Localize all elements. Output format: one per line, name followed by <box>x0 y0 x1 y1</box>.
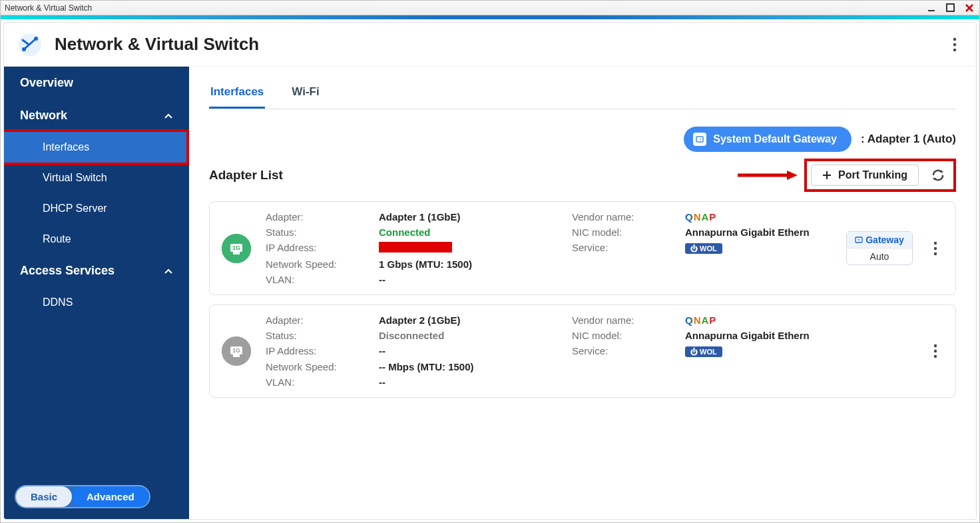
label-adapter: Adapter: <box>266 211 372 223</box>
gateway-icon <box>855 236 863 244</box>
label-speed: Network Speed: <box>266 259 372 270</box>
sidebar-item-network[interactable]: Network <box>4 99 189 132</box>
header-more-button[interactable] <box>947 37 963 53</box>
adapter-card: 1G Adapter: Adapter 2 (1GbE) Vendor name… <box>209 304 956 398</box>
sidebar-item-ddns[interactable]: DDNS <box>4 287 189 318</box>
svg-point-18 <box>934 241 937 244</box>
svg-point-19 <box>934 247 937 249</box>
app-logo-icon <box>17 32 43 57</box>
mode-basic[interactable]: Basic <box>16 486 72 507</box>
label-ip: IP Address: <box>266 242 372 255</box>
label-nic-model: NIC model: <box>572 330 678 341</box>
system-gateway-value: : Adapter 1 (Auto) <box>861 133 956 146</box>
value-vlan: -- <box>379 274 565 285</box>
value-nic-model: Annapurna Gigabit Ethern <box>685 227 818 238</box>
label-nic-model: NIC model: <box>572 227 678 238</box>
sidebar-item-access-services[interactable]: Access Services <box>4 255 189 287</box>
chevron-up-icon <box>164 113 173 119</box>
gateway-icon <box>693 133 706 146</box>
close-button[interactable] <box>963 3 975 13</box>
label-vlan: VLAN: <box>266 376 372 388</box>
tab-interfaces[interactable]: Interfaces <box>209 79 265 109</box>
adapter-card: 1G Adapter: Adapter 1 (1GbE) Vendor name… <box>209 201 956 295</box>
label-speed: Network Speed: <box>266 361 372 372</box>
system-default-gateway-button[interactable]: System Default Gateway <box>684 127 852 152</box>
mode-toggle[interactable]: Basic Advanced <box>15 485 150 508</box>
svg-rect-15 <box>233 252 240 255</box>
value-status: Disconnected <box>379 330 565 341</box>
tab-wifi[interactable]: Wi-Fi <box>290 79 320 109</box>
window-title: Network & Virtual Switch <box>5 3 92 13</box>
wol-badge: ⏻ WOL <box>685 346 722 357</box>
mode-advanced[interactable]: Advanced <box>72 486 149 507</box>
gateway-bar: System Default Gateway : Adapter 1 (Auto… <box>209 127 956 152</box>
value-vlan: -- <box>379 376 565 388</box>
app-window: Network & Virtual Switch Network & Virtu… <box>0 0 980 523</box>
svg-rect-0 <box>928 10 935 11</box>
label-status: Status: <box>266 330 372 341</box>
label-service: Service: <box>572 242 678 255</box>
label-vendor: Vendor name: <box>572 314 678 326</box>
value-service: ⏻ WOL <box>685 345 818 357</box>
svg-point-20 <box>934 252 937 255</box>
vendor-logo: QNAP <box>685 314 818 326</box>
svg-text:1G: 1G <box>232 245 240 251</box>
svg-point-27 <box>934 355 937 358</box>
refresh-button[interactable] <box>927 164 949 187</box>
value-adapter-name: Adapter 1 (1GbE) <box>379 211 565 223</box>
svg-point-5 <box>953 37 956 40</box>
sidebar-item-interfaces[interactable]: Interfaces <box>4 132 186 163</box>
label-service: Service: <box>572 345 678 357</box>
adapter-list-header: Adapter List Port Trunking <box>209 159 956 192</box>
svg-point-6 <box>953 43 956 45</box>
tabs: Interfaces Wi-Fi <box>209 67 956 109</box>
adapter-list-title: Adapter List <box>209 168 283 183</box>
nic-status-icon: 1G <box>222 234 251 263</box>
svg-rect-1 <box>947 4 954 11</box>
port-trunking-button[interactable]: Port Trunking <box>811 165 919 186</box>
value-ip-redacted <box>379 242 565 255</box>
gradient-bar <box>1 15 979 19</box>
chevron-up-icon <box>164 268 173 274</box>
value-speed: 1 Gbps (MTU: 1500) <box>379 259 565 270</box>
label-vendor: Vendor name: <box>572 211 678 223</box>
gateway-badge: Gateway Auto <box>846 231 913 265</box>
sidebar-item-overview[interactable]: Overview <box>4 67 189 99</box>
wol-badge: ⏻ WOL <box>685 243 722 254</box>
value-adapter-name: Adapter 2 (1GbE) <box>379 314 565 326</box>
value-service: ⏻ WOL <box>685 242 818 255</box>
value-speed: -- Mbps (MTU: 1500) <box>379 361 565 372</box>
label-adapter: Adapter: <box>266 314 372 326</box>
svg-point-25 <box>934 344 937 347</box>
svg-rect-23 <box>233 354 240 357</box>
sidebar: Overview Network Interfaces Virtual Swit… <box>4 67 189 519</box>
sidebar-item-route[interactable]: Route <box>4 224 189 255</box>
svg-text:1G: 1G <box>232 347 240 354</box>
app-header: Network & Virtual Switch <box>4 23 976 67</box>
minimize-button[interactable] <box>926 3 938 13</box>
port-trunking-highlight: Port Trunking <box>804 159 956 192</box>
content-pane: Interfaces Wi-Fi System Default Gateway … <box>189 67 976 519</box>
adapter-more-button[interactable] <box>927 344 943 358</box>
svg-point-3 <box>34 37 38 41</box>
app-title: Network & Virtual Switch <box>55 34 259 55</box>
value-nic-model: Annapurna Gigabit Ethern <box>685 330 818 341</box>
adapter-more-button[interactable] <box>927 241 943 256</box>
nic-status-icon: 1G <box>222 336 251 366</box>
label-status: Status: <box>266 227 372 238</box>
maximize-button[interactable] <box>945 3 957 13</box>
label-ip: IP Address: <box>266 345 372 357</box>
sidebar-item-dhcp-server[interactable]: DHCP Server <box>4 193 189 224</box>
svg-point-26 <box>934 350 937 352</box>
svg-point-4 <box>22 47 26 51</box>
label-vlan: VLAN: <box>266 274 372 285</box>
value-ip: -- <box>379 345 565 357</box>
sidebar-item-virtual-switch[interactable]: Virtual Switch <box>4 163 189 193</box>
value-status: Connected <box>379 227 565 238</box>
vendor-logo: QNAP <box>685 211 818 223</box>
svg-marker-10 <box>787 171 798 180</box>
plus-icon <box>822 171 832 180</box>
arrow-annotation-icon <box>738 171 798 180</box>
titlebar: Network & Virtual Switch <box>1 1 979 15</box>
svg-point-7 <box>953 48 956 51</box>
